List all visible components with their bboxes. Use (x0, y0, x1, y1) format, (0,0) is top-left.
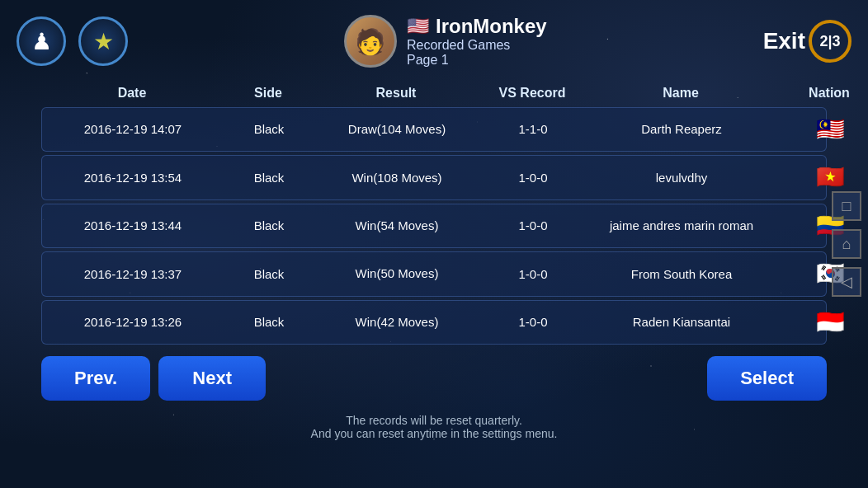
cell-side: Black (224, 265, 314, 284)
cell-result: Win(54 Moves) (314, 217, 479, 235)
cell-side: Black (224, 216, 314, 236)
cell-result: Win(42 Moves) (314, 313, 479, 331)
table-row[interactable]: 2016-12-19 13:37 Black Win(50 Moves) 1-0… (41, 251, 827, 296)
cell-date: 2016-12-19 13:26 (42, 312, 224, 332)
cell-nation: 🇻🇳 (776, 161, 868, 194)
cell-result: Draw(104 Moves) (314, 120, 479, 139)
cell-date: 2016-12-19 13:37 (42, 265, 224, 284)
select-button[interactable]: Select (707, 356, 827, 401)
cell-side: Black (224, 168, 314, 188)
cell-result: Win(108 Moves) (314, 169, 479, 187)
cell-name: From South Korea (587, 265, 776, 284)
subtitle: Recorded Games (407, 38, 510, 53)
cell-name: Darth Reaperz (587, 120, 776, 139)
col-name: Name (586, 86, 776, 101)
page-info: Page 1 (407, 53, 449, 68)
cell-vs-record: 1-0-0 (479, 312, 587, 332)
col-date: Date (41, 86, 223, 101)
cell-result: Win(50 Moves) (314, 265, 479, 283)
cell-side: Black (224, 312, 314, 332)
col-nation: Nation (776, 86, 868, 101)
cell-vs-record: 1-1-0 (479, 120, 587, 139)
col-result: Result (314, 86, 479, 101)
exit-badge: 2|3 (809, 20, 851, 63)
exit-label: Exit (763, 28, 805, 54)
table-row[interactable]: 2016-12-19 13:54 Black Win(108 Moves) 1-… (41, 155, 827, 199)
nav-home-icon[interactable]: ⌂ (832, 229, 861, 259)
cell-name: jaime andres marin roman (587, 216, 776, 236)
us-flag-icon: 🇺🇸 (407, 16, 429, 37)
cell-nation: 🇲🇾 (776, 113, 868, 146)
cell-side: Black (224, 120, 314, 139)
cell-date: 2016-12-19 13:54 (42, 168, 224, 188)
table-row[interactable]: 2016-12-19 13:26 Black Win(42 Moves) 1-0… (41, 300, 827, 345)
player-name: IronMonkey (436, 15, 547, 38)
cell-vs-record: 1-0-0 (479, 216, 587, 236)
table-row[interactable]: 2016-12-19 14:07 Black Draw(104 Moves) 1… (41, 107, 827, 152)
table-header: Date Side Result VS Record Name Nation (41, 82, 827, 104)
cell-name: levulvdhy (587, 168, 776, 188)
cell-name: Raden Kiansantai (587, 312, 776, 332)
cell-vs-record: 1-0-0 (479, 168, 587, 188)
cell-nation: 🇮🇩 (776, 306, 868, 339)
cell-date: 2016-12-19 13:44 (42, 216, 224, 236)
next-button[interactable]: Next (158, 356, 266, 401)
avatar: 🧑 (344, 15, 397, 68)
cell-vs-record: 1-0-0 (479, 265, 587, 284)
nav-square-icon[interactable]: □ (832, 191, 861, 221)
table-row[interactable]: 2016-12-19 13:44 Black Win(54 Moves) 1-0… (41, 204, 827, 248)
cell-date: 2016-12-19 14:07 (42, 120, 224, 139)
chess-board-icon[interactable]: ♟ (17, 16, 66, 66)
prev-button[interactable]: Prev. (41, 356, 150, 401)
col-side: Side (223, 86, 314, 101)
star-icon[interactable]: ★ (78, 16, 128, 66)
footer-note: The records will be reset quarterly. And… (0, 409, 868, 443)
col-vs-record: VS Record (479, 86, 586, 101)
nav-back-icon[interactable]: ◁ (832, 267, 861, 297)
exit-button[interactable]: Exit 2|3 (763, 20, 851, 63)
